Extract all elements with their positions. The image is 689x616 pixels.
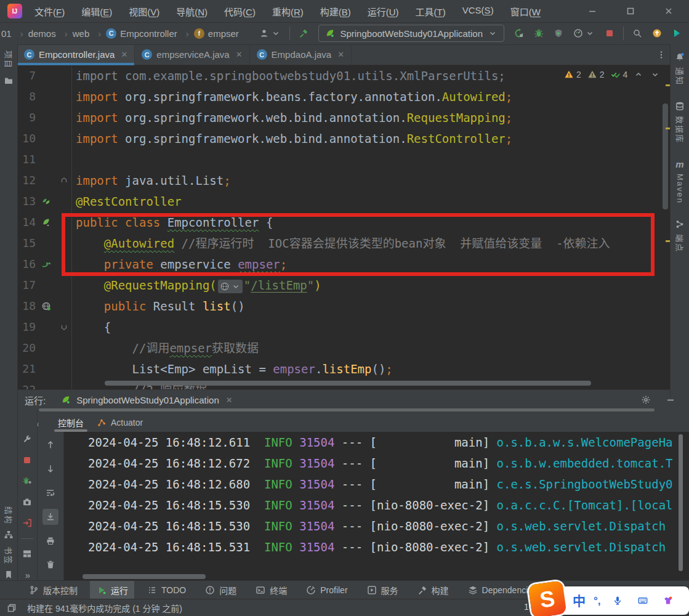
gutter[interactable] bbox=[36, 128, 57, 149]
gutter[interactable] bbox=[36, 170, 57, 191]
keyboard-button[interactable] bbox=[634, 592, 651, 609]
run-configuration-select[interactable]: SpringbootWebStudy01Application bbox=[318, 25, 504, 42]
line-number[interactable]: 17 bbox=[17, 275, 36, 296]
soft-wrap-button[interactable] bbox=[42, 485, 58, 501]
close-icon[interactable]: ✕ bbox=[236, 50, 243, 59]
sidebar-item-通知[interactable]: 通知 bbox=[674, 52, 686, 86]
arrow-up-button[interactable] bbox=[42, 437, 58, 453]
run-view-tab[interactable]: 控制台 bbox=[52, 413, 90, 432]
skin-button[interactable] bbox=[659, 592, 677, 609]
spring-bean-class-icon[interactable] bbox=[41, 217, 52, 228]
code-line[interactable]: 14public class Empcontroller { bbox=[17, 212, 671, 233]
fold-marker[interactable] bbox=[57, 254, 71, 275]
settings-wrench-button[interactable] bbox=[19, 433, 35, 445]
code-line[interactable]: 10import org.springframework.web.bind.an… bbox=[17, 128, 671, 149]
update-button[interactable] bbox=[650, 26, 664, 41]
code-line[interactable]: 19 { bbox=[17, 317, 671, 338]
learn-button[interactable] bbox=[669, 26, 684, 41]
line-number[interactable]: 19 bbox=[17, 317, 36, 338]
debug-button[interactable] bbox=[531, 26, 546, 41]
code-editor[interactable]: 7import com.example.springbootwebstudy01… bbox=[17, 65, 671, 389]
code-line[interactable]: 21 List<Emp> empList = empser.listEmp(); bbox=[17, 359, 671, 379]
menu-item[interactable]: 文件(F) bbox=[34, 5, 65, 18]
breadcrumb-item[interactable]: 01 bbox=[1, 28, 28, 39]
sidebar-item-数据库[interactable]: 数据库 bbox=[674, 100, 686, 144]
menu-item[interactable]: 代码(C) bbox=[224, 5, 256, 18]
profiler-button[interactable] bbox=[571, 26, 597, 41]
fold-marker[interactable] bbox=[57, 212, 71, 233]
request-mapping-icon[interactable] bbox=[41, 301, 52, 312]
menu-item[interactable]: 导航(N) bbox=[176, 5, 208, 18]
minimize-button[interactable] bbox=[584, 2, 601, 20]
line-number[interactable]: 11 bbox=[17, 149, 36, 170]
code-line[interactable]: 16 private empservice empser; bbox=[17, 254, 671, 275]
code-line[interactable]: 13@RestController bbox=[17, 191, 671, 212]
inspection-count[interactable]: 2 bbox=[587, 69, 605, 80]
gutter[interactable] bbox=[36, 296, 57, 317]
close-icon[interactable]: ✕ bbox=[337, 50, 344, 59]
sogou-logo-icon[interactable]: S bbox=[528, 580, 567, 616]
console-horizontal-scrollbar[interactable] bbox=[83, 574, 206, 579]
line-number[interactable]: 8 bbox=[17, 86, 36, 107]
menu-item[interactable]: 构建(B) bbox=[320, 5, 351, 18]
line-number[interactable]: 15 bbox=[17, 233, 36, 254]
toolwindow-button-服务[interactable]: 服务 bbox=[360, 581, 405, 599]
line-number[interactable]: 21 bbox=[17, 359, 36, 379]
build-hammer-button[interactable] bbox=[296, 26, 311, 41]
stop-button[interactable] bbox=[19, 454, 35, 466]
gutter[interactable] bbox=[36, 338, 57, 359]
chevron-up-icon[interactable] bbox=[633, 69, 644, 80]
line-number[interactable]: 13 bbox=[17, 191, 36, 212]
fold-marker[interactable] bbox=[57, 86, 71, 107]
fold-marker[interactable] bbox=[57, 65, 71, 86]
inspection-count[interactable]: 4 bbox=[610, 69, 628, 80]
gutter[interactable] bbox=[36, 275, 57, 296]
code-line[interactable]: 18 public Result list() bbox=[17, 296, 671, 317]
code-line[interactable]: 9import org.springframework.web.bind.ann… bbox=[17, 107, 671, 128]
fold-marker[interactable] bbox=[57, 275, 71, 296]
gutter[interactable] bbox=[36, 107, 57, 128]
menu-item[interactable]: 窗口(W bbox=[510, 5, 541, 18]
menu-item[interactable]: 工具(T) bbox=[416, 5, 446, 18]
editor-horizontal-scrollbar[interactable] bbox=[105, 381, 591, 386]
run-config-tab[interactable]: SpringbootWebStudy01Application✕ bbox=[60, 394, 232, 405]
gutter[interactable] bbox=[36, 65, 57, 86]
line-number[interactable]: 20 bbox=[17, 338, 36, 359]
fold-marker[interactable] bbox=[57, 379, 71, 389]
toolwindow-button-版本控制[interactable]: 版本控制 bbox=[22, 581, 84, 599]
spring-bean-icon[interactable] bbox=[41, 196, 52, 207]
menu-item[interactable]: 重构(R) bbox=[272, 5, 304, 18]
url-picker-widget[interactable] bbox=[218, 280, 243, 293]
chevron-down-icon[interactable] bbox=[650, 69, 661, 80]
breadcrumb-item[interactable]: CEmpcontroller bbox=[106, 28, 194, 39]
line-number[interactable]: 18 bbox=[17, 296, 36, 317]
print-button[interactable] bbox=[42, 533, 58, 549]
fold-marker[interactable] bbox=[57, 233, 71, 254]
scroll-end-button[interactable] bbox=[42, 509, 58, 525]
warning-stripe-mark[interactable] bbox=[666, 128, 670, 129]
menu-item[interactable]: 视图(V) bbox=[129, 5, 159, 18]
ime-mode-cn[interactable]: 中 bbox=[573, 594, 586, 607]
fold-marker[interactable] bbox=[57, 296, 71, 317]
warning-stripe-mark[interactable] bbox=[666, 240, 670, 242]
sidebar-item-Maven[interactable]: mMaven bbox=[674, 158, 685, 204]
line-number[interactable]: 22 bbox=[17, 379, 36, 389]
close-icon[interactable]: ✕ bbox=[226, 395, 233, 405]
run-view-tab[interactable]: Actuator bbox=[90, 413, 149, 432]
gutter[interactable] bbox=[36, 149, 57, 170]
close-icon[interactable]: ✕ bbox=[121, 50, 127, 59]
fold-start-icon[interactable] bbox=[58, 175, 70, 186]
gutter[interactable] bbox=[36, 317, 57, 338]
fold-marker[interactable] bbox=[57, 128, 71, 149]
fold-marker[interactable] bbox=[57, 149, 71, 170]
inspection-widget[interactable]: 224 bbox=[563, 69, 661, 80]
line-number[interactable]: 10 bbox=[17, 128, 36, 149]
fold-marker[interactable] bbox=[57, 359, 71, 379]
code-line[interactable]: 12import java.util.List; bbox=[17, 170, 671, 191]
search-button[interactable] bbox=[630, 26, 645, 41]
coverage-button[interactable] bbox=[551, 26, 566, 41]
breadcrumb-item[interactable]: web bbox=[73, 28, 107, 39]
console-output[interactable]: 2024-04-25 16:48:12.611 INFO 31504 --- [… bbox=[64, 432, 689, 581]
sidebar-item-project[interactable]: 项目 bbox=[3, 51, 15, 69]
warning-stripe-mark[interactable] bbox=[666, 84, 670, 86]
